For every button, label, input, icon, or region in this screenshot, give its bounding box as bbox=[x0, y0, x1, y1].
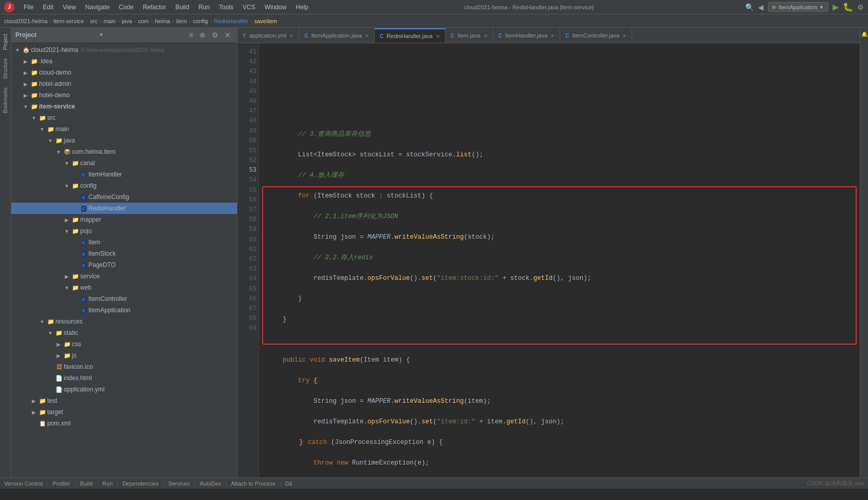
tree-service[interactable]: ▶ 📁 service bbox=[11, 271, 237, 282]
tree-idea[interactable]: ▶ 📁 .idea bbox=[11, 56, 237, 67]
tree-item-class[interactable]: C Item bbox=[11, 237, 237, 248]
tree-canal[interactable]: ▼ 📁 canal bbox=[11, 157, 237, 169]
tree-hotel-demo[interactable]: ▶ 📁 hotel-demo bbox=[11, 90, 237, 101]
tree-itemhandler[interactable]: C ItemHandler bbox=[11, 169, 237, 180]
tab-close-yml[interactable]: ✕ bbox=[289, 33, 293, 39]
tree-favicon[interactable]: 🖼 favicon.ico bbox=[11, 361, 237, 372]
tree-itemstock[interactable]: C ItemStock bbox=[11, 248, 237, 259]
tree-src[interactable]: ▼ 📁 src bbox=[11, 112, 237, 123]
debug-button[interactable]: 🐛 bbox=[843, 2, 853, 12]
right-tab-notifications[interactable]: 🔔 bbox=[860, 28, 868, 40]
menu-edit[interactable]: Edit bbox=[39, 3, 58, 12]
tree-root[interactable]: ▼ 🏠 cloud2021-heima E:\idea-workspace\cl… bbox=[11, 44, 237, 56]
tab-itemapplication[interactable]: C ItemApplication.java ✕ bbox=[299, 28, 375, 43]
yaml-icon: 📄 bbox=[54, 386, 64, 393]
run-config[interactable]: ▶ ItemApplication ▼ bbox=[768, 2, 828, 12]
back-icon[interactable]: ◀ bbox=[758, 3, 764, 11]
status-run[interactable]: Run bbox=[102, 480, 113, 487]
tab-close-itemapp[interactable]: ✕ bbox=[365, 33, 369, 39]
menu-code[interactable]: Code bbox=[115, 3, 138, 12]
breadcrumb-src[interactable]: src bbox=[90, 18, 98, 24]
tree-resources[interactable]: ▼ 📁 resources bbox=[11, 316, 237, 327]
tree-pojo[interactable]: ▼ 📁 pojo bbox=[11, 225, 237, 237]
tab-redishandler[interactable]: C RedisHandler.java ✕ bbox=[375, 28, 446, 43]
project-dropdown[interactable]: ▼ bbox=[99, 32, 104, 38]
breadcrumb-class[interactable]: RedisHandler bbox=[214, 18, 248, 24]
tab-close-redis[interactable]: ✕ bbox=[436, 33, 440, 39]
menu-navigate[interactable]: Navigate bbox=[81, 3, 114, 12]
tree-com-heima-item[interactable]: ▼ 📦 com.heima.item bbox=[11, 146, 237, 157]
menu-window[interactable]: Window bbox=[261, 3, 291, 12]
tab-close-itemcontroller[interactable]: ✕ bbox=[622, 33, 626, 39]
breadcrumb-method[interactable]: saveItem bbox=[254, 18, 278, 24]
tree-test[interactable]: ▶ 📁 test bbox=[11, 395, 237, 406]
menu-view[interactable]: View bbox=[59, 3, 80, 12]
breadcrumb-java[interactable]: java bbox=[122, 18, 132, 24]
sidebar-tab-bookmarks[interactable]: Bookmarks bbox=[1, 83, 10, 117]
menu-help[interactable]: Help bbox=[291, 3, 312, 12]
breadcrumb-com[interactable]: com bbox=[138, 18, 149, 24]
breadcrumb-root[interactable]: cloud2021-heima bbox=[4, 18, 47, 24]
breadcrumb-main[interactable]: main bbox=[103, 18, 116, 24]
status-attach[interactable]: Attach to Process bbox=[231, 480, 275, 487]
tab-close-itemhandler[interactable]: ✕ bbox=[550, 33, 555, 39]
tree-cloud-demo[interactable]: ▶ 📁 cloud-demo bbox=[11, 67, 237, 78]
settings-icon[interactable]: ⚙ bbox=[857, 3, 864, 11]
menu-vcs[interactable]: VCS bbox=[238, 3, 260, 12]
breadcrumb-module[interactable]: item-service bbox=[53, 18, 84, 24]
breadcrumb-config[interactable]: config bbox=[193, 18, 208, 24]
tree-target[interactable]: ▶ 📁 target bbox=[11, 406, 237, 418]
collapse-all-icon[interactable]: ≡ bbox=[187, 30, 195, 40]
tree-web[interactable]: ▼ 📁 web bbox=[11, 282, 237, 293]
tab-itemcontroller[interactable]: C ItemController.java ✕ bbox=[560, 28, 632, 43]
status-autodev[interactable]: AutoDev bbox=[199, 480, 221, 487]
editor-tabs: Y application.yml ✕ C ItemApplication.ja… bbox=[237, 28, 860, 43]
close-panel-icon[interactable]: ✕ bbox=[223, 30, 233, 40]
tree-main[interactable]: ▼ 📁 main bbox=[11, 123, 237, 135]
service-icon: 📁 bbox=[71, 273, 80, 280]
breadcrumb-heima[interactable]: heima bbox=[155, 18, 170, 24]
locate-icon[interactable]: ⊕ bbox=[197, 30, 208, 40]
tab-itemhandler[interactable]: C ItemHandler.java ✕ bbox=[493, 28, 561, 43]
package-icon: 📦 bbox=[63, 149, 72, 155]
test-icon: 📁 bbox=[38, 398, 47, 404]
breadcrumb-item[interactable]: item bbox=[176, 18, 187, 24]
menu-run[interactable]: Run bbox=[194, 3, 214, 12]
status-profiler[interactable]: Profiler bbox=[52, 480, 70, 487]
tree-config[interactable]: ▼ 📁 config bbox=[11, 180, 237, 191]
tree-application-yml[interactable]: 📄 application.yml bbox=[11, 384, 237, 395]
tree-static[interactable]: ▼ 📁 static bbox=[11, 327, 237, 338]
status-services[interactable]: Services bbox=[168, 480, 190, 487]
sidebar-tab-structure[interactable]: Structure bbox=[1, 54, 10, 83]
tab-application-yml[interactable]: Y application.yml ✕ bbox=[237, 28, 299, 43]
run-button[interactable]: ▶ bbox=[833, 2, 839, 12]
tab-item[interactable]: C Item.java ✕ bbox=[446, 28, 493, 43]
tree-item-service[interactable]: ▼ 📁 item-service bbox=[11, 101, 237, 112]
code-content[interactable]: // 3.查询商品库存信息 List<ItemStock> stockList … bbox=[259, 43, 860, 477]
menu-refactor[interactable]: Refactor bbox=[139, 3, 170, 12]
tree-js[interactable]: ▶ 📁 js bbox=[11, 350, 237, 361]
settings-icon[interactable]: ⚙ bbox=[210, 30, 220, 40]
status-dependencies[interactable]: Dependencies bbox=[122, 480, 158, 487]
tab-close-item[interactable]: ✕ bbox=[484, 33, 488, 39]
status-git[interactable]: Git bbox=[285, 480, 292, 487]
status-build[interactable]: Build bbox=[80, 480, 93, 487]
search-icon[interactable]: 🔍 bbox=[745, 3, 754, 11]
tree-itemapplication[interactable]: C ItemApplication bbox=[11, 305, 237, 316]
sidebar-tab-project[interactable]: Project bbox=[1, 30, 10, 54]
tree-mapper[interactable]: ▶ 📁 mapper bbox=[11, 214, 237, 225]
tree-css[interactable]: ▶ 📁 css bbox=[11, 338, 237, 350]
menu-build[interactable]: Build bbox=[171, 3, 193, 12]
tree-redishandler[interactable]: C RedisHandler bbox=[11, 203, 237, 214]
tree-java[interactable]: ▼ 📁 java bbox=[11, 135, 237, 146]
tree-hotel-admin[interactable]: ▶ 📁 hotel-admin bbox=[11, 78, 237, 90]
status-version-control[interactable]: Version Control bbox=[4, 480, 43, 487]
code-editor[interactable]: 41 42 43 44 45 46 47 48 49 50 51 52 53 5… bbox=[237, 43, 860, 477]
tree-caffeineconfig[interactable]: C CaffeineConfig bbox=[11, 191, 237, 203]
menu-file[interactable]: File bbox=[20, 3, 38, 12]
tree-index-html[interactable]: 📄 index.html bbox=[11, 372, 237, 384]
tree-pagedto[interactable]: C PageDTO bbox=[11, 259, 237, 271]
menu-tools[interactable]: Tools bbox=[215, 3, 237, 12]
tree-pom-xml[interactable]: 📋 pom.xml bbox=[11, 418, 237, 429]
tree-itemcontroller[interactable]: C ItemController bbox=[11, 293, 237, 305]
